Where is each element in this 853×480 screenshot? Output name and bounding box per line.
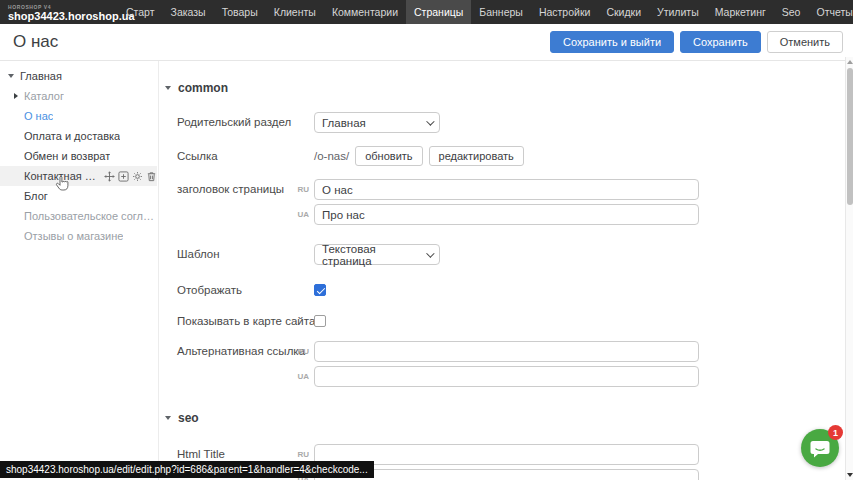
page-title-ru-input[interactable] [314, 179, 699, 200]
template-label: Шаблон [177, 244, 220, 265]
nav-item-start[interactable]: Старт [118, 0, 163, 24]
support-chat-button[interactable]: 1 [801, 429, 839, 467]
lang-badge-ru: RU [293, 341, 309, 362]
tree-item-blog[interactable]: Блог [0, 186, 157, 206]
section-collapse-icon[interactable] [165, 86, 171, 90]
nav-item-utilities[interactable]: Утилиты [649, 0, 707, 24]
link-label: Ссылка [177, 146, 218, 167]
nav-item-pages[interactable]: Страницы [406, 0, 471, 24]
collapse-caret-icon[interactable] [8, 74, 14, 78]
tree-item-home[interactable]: Главная [0, 66, 157, 86]
nav-item-discounts[interactable]: Скидки [598, 0, 649, 24]
link-edit-button[interactable]: редактировать [429, 146, 524, 166]
lang-badge-ru: RU [293, 179, 309, 200]
settings-gear-icon[interactable] [132, 171, 143, 182]
alt-link-ua-input[interactable] [314, 366, 699, 387]
cancel-button[interactable]: Отменить [767, 31, 843, 53]
scrollbar-thumb[interactable] [847, 68, 853, 205]
main-menu: Старт Заказы Товары Клиенты Комментарии … [118, 0, 853, 24]
delete-trash-icon[interactable] [146, 171, 157, 182]
nav-item-clients[interactable]: Клиенты [266, 0, 324, 24]
tree-item-catalog[interactable]: Каталог [0, 86, 157, 106]
page-header: О нас Сохранить и выйти Сохранить Отмени… [0, 24, 853, 61]
scroll-down-arrow-icon[interactable] [847, 473, 853, 477]
chevron-down-icon [426, 249, 434, 257]
logo-domain: shop34423.horoshop.ua [8, 11, 108, 22]
tree-item-contact-info[interactable]: Контактная инфор [0, 166, 157, 186]
page-title-ua-input[interactable] [314, 204, 699, 225]
section-collapse-icon[interactable] [165, 416, 171, 420]
section-seo-header[interactable]: seo [165, 411, 199, 425]
move-icon[interactable] [104, 171, 115, 182]
add-page-icon[interactable] [118, 171, 129, 182]
display-label: Отображать [177, 283, 242, 297]
sitemap-checkbox[interactable] [314, 315, 326, 327]
nav-item-orders[interactable]: Заказы [163, 0, 214, 24]
logo-version: HOROSHOP V4 [8, 5, 108, 10]
tree-item-exchange-return[interactable]: Обмен и возврат [0, 146, 157, 166]
logo[interactable]: HOROSHOP V4 shop34423.horoshop.ua [0, 0, 118, 24]
expand-caret-icon[interactable] [14, 93, 18, 99]
chat-bubble-icon [809, 438, 831, 460]
tree-item-store-reviews[interactable]: Отзывы о магазине [0, 226, 157, 246]
link-refresh-button[interactable]: обновить [355, 146, 422, 166]
nav-item-banners[interactable]: Баннеры [471, 0, 531, 24]
sitemap-label: Показывать в карте сайта [177, 314, 315, 328]
chevron-down-icon [426, 117, 434, 125]
scroll-up-arrow-icon[interactable] [847, 60, 853, 64]
save-button[interactable]: Сохранить [680, 31, 761, 53]
top-navigation: HOROSHOP V4 shop34423.horoshop.ua Старт … [0, 0, 853, 24]
nav-item-reports[interactable]: Отчеты [808, 0, 853, 24]
alt-link-label: Альтернативная ссылка [177, 341, 305, 362]
parent-section-select[interactable]: Главная [314, 112, 440, 133]
nav-item-seo[interactable]: Seo [774, 0, 809, 24]
save-and-exit-button[interactable]: Сохранить и выйти [550, 31, 674, 53]
tree-item-user-agreement[interactable]: Пользовательское соглашение [0, 206, 157, 226]
alt-link-ru-input[interactable] [314, 341, 699, 362]
chat-notification-badge: 1 [828, 425, 843, 440]
nav-item-settings[interactable]: Настройки [531, 0, 599, 24]
tree-item-payment-delivery[interactable]: Оплата и доставка [0, 126, 157, 146]
vertical-scrollbar[interactable] [845, 57, 853, 480]
page-title: О нас [0, 32, 58, 52]
lang-badge-ua: UA [293, 366, 309, 387]
nav-item-products[interactable]: Товары [214, 0, 266, 24]
page-edit-form: common Родительский раздел Главная Ссылк… [158, 61, 845, 480]
lang-badge-ua: UA [293, 204, 309, 225]
pages-tree-sidebar: Главная Каталог О нас Оплата и доставка … [0, 61, 157, 480]
parent-section-label: Родительский раздел [177, 112, 291, 133]
tree-item-about[interactable]: О нас [0, 106, 157, 126]
nav-item-marketing[interactable]: Маркетинг [707, 0, 774, 24]
link-preview-statusbar: shop34423.horoshop.ua/edit/edit.php?id=6… [0, 461, 374, 478]
display-checkbox[interactable] [314, 284, 326, 296]
section-common-header[interactable]: common [165, 81, 228, 95]
nav-item-comments[interactable]: Комментарии [324, 0, 406, 24]
page-title-label: заголовок страницы [177, 179, 284, 200]
template-select[interactable]: Текстовая страница [314, 244, 440, 265]
link-path: /o-nas/ [314, 150, 349, 162]
